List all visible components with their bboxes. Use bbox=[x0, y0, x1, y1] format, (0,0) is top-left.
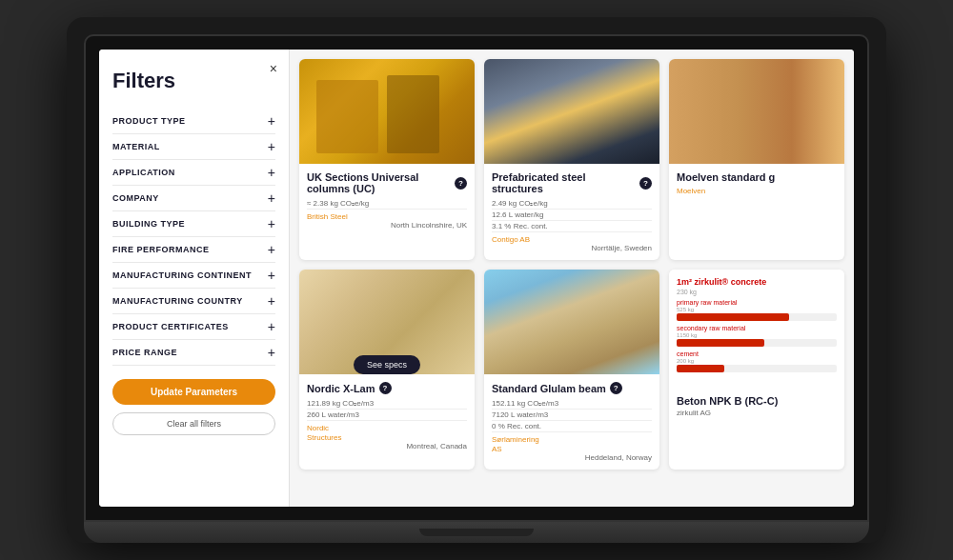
product-info-prefab-steel: Prefabricated steel structures ? 2.49 kg… bbox=[484, 164, 659, 260]
company-link-moelven[interactable]: Moelven bbox=[677, 187, 837, 195]
product-image-nordic-xlam: See specs bbox=[299, 270, 475, 374]
location-uk-sections: North Lincolnshire, UK bbox=[307, 221, 467, 230]
filter-label-product-certificates: PRODUCT CERTIFICATES bbox=[112, 322, 229, 331]
product-chart-beton: 1m² zirkulit® concrete 230 kg primary ra… bbox=[669, 270, 844, 384]
chart-bar-sub-1: 1150 kg bbox=[677, 332, 837, 338]
info-icon-glulam[interactable]: ? bbox=[610, 382, 622, 394]
filter-label-product-type: PRODUCT TYPE bbox=[112, 116, 186, 126]
product-name-beton: Beton NPK B (RC-C) bbox=[677, 395, 837, 407]
product-image-glulam bbox=[484, 270, 659, 374]
filter-item-building-type[interactable]: BUILDING TYPE + bbox=[112, 211, 275, 237]
filter-item-product-certificates[interactable]: PRODUCT CERTIFICATES + bbox=[112, 314, 275, 340]
laptop-base bbox=[84, 522, 869, 543]
filter-item-manufacturing-continent[interactable]: MANUFACTURING CONTINENT + bbox=[112, 263, 275, 289]
filter-label-price-range: PRICE RANGE bbox=[112, 348, 177, 357]
filter-item-material[interactable]: MATERIAL + bbox=[112, 134, 275, 160]
filter-list: PRODUCT TYPE + MATERIAL + APPLICATION + … bbox=[112, 109, 275, 366]
metric-co2-prefab: 2.49 kg CO₂e/kg bbox=[492, 198, 652, 210]
product-image-uk-sections bbox=[299, 59, 475, 164]
update-parameters-button[interactable]: Update Parameters bbox=[112, 379, 275, 405]
filter-item-price-range[interactable]: PRICE RANGE + bbox=[112, 340, 275, 366]
company-link-nordic[interactable]: Nordic bbox=[307, 424, 467, 432]
chart-bar-track-0 bbox=[677, 313, 837, 321]
clear-filters-button[interactable]: Clear all filters bbox=[112, 412, 275, 435]
filter-item-fire-performance[interactable]: FIRE PERFORMANCE + bbox=[112, 237, 275, 263]
company-link-uk-sections[interactable]: British Steel bbox=[307, 212, 467, 221]
location-prefab: Norrtälje, Sweden bbox=[492, 244, 652, 252]
product-card-beton: 1m² zirkulit® concrete 230 kg primary ra… bbox=[669, 270, 844, 470]
product-name-prefab-steel: Prefabricated steel structures ? bbox=[492, 171, 652, 194]
product-info-glulam: Standard Glulam beam ? 152.11 kg CO₂e/m3… bbox=[484, 374, 659, 470]
company-beton: zirkulit AG bbox=[677, 409, 837, 417]
filter-item-manufacturing-country[interactable]: MANUFACTURING COUNTRY + bbox=[112, 289, 275, 314]
filter-label-company: COMPANY bbox=[112, 193, 159, 203]
tag-glulam: AS bbox=[492, 445, 652, 453]
chart-bar-label-0: primary raw material bbox=[677, 299, 837, 306]
main-content: UK Sections Universal columns (UC) ? ≈ 2… bbox=[290, 50, 854, 507]
filter-label-manufacturing-country: MANUFACTURING COUNTRY bbox=[112, 296, 243, 306]
filter-expand-icon-product-certificates: + bbox=[268, 319, 275, 334]
filter-expand-icon-company: + bbox=[268, 190, 275, 206]
product-card-uk-sections: UK Sections Universal columns (UC) ? ≈ 2… bbox=[299, 59, 475, 260]
screen-bezel: × Filters PRODUCT TYPE + MATERIAL + APPL… bbox=[84, 34, 869, 522]
metric-water-glulam: 7120 L water/m3 bbox=[492, 410, 652, 421]
filter-expand-icon-manufacturing-country: + bbox=[268, 293, 275, 309]
metric-co2-nordic: 121.89 kg CO₂e/m3 bbox=[307, 398, 467, 410]
location-nordic: Montreal, Canada bbox=[307, 442, 467, 450]
close-filters-button[interactable]: × bbox=[270, 61, 277, 76]
info-icon-prefab-steel[interactable]: ? bbox=[639, 177, 652, 190]
metric-rec-glulam: 0 % Rec. cont. bbox=[492, 421, 652, 432]
company-link-prefab[interactable]: Contigo AB bbox=[492, 235, 652, 244]
product-name-uk-sections: UK Sections Universal columns (UC) ? bbox=[307, 171, 467, 194]
metric-rec-prefab: 3.1 % Rec. cont. bbox=[492, 221, 652, 232]
metric-co2-glulam: 152.11 kg CO₂e/m3 bbox=[492, 398, 652, 410]
chart-bar-fill-1 bbox=[677, 339, 764, 347]
screen: × Filters PRODUCT TYPE + MATERIAL + APPL… bbox=[99, 50, 854, 507]
company-link-glulam[interactable]: Sørlaminering bbox=[492, 435, 652, 444]
info-icon-nordic-xlam[interactable]: ? bbox=[379, 382, 392, 394]
see-specs-button[interactable]: See specs bbox=[354, 355, 420, 374]
product-image-prefab-steel bbox=[484, 59, 659, 164]
product-name-nordic-xlam: Nordic X-Lam ? bbox=[307, 382, 467, 394]
product-info-beton: Beton NPK B (RC-C) zirkulit AG bbox=[669, 384, 844, 425]
filter-label-manufacturing-continent: MANUFACTURING CONTINENT bbox=[112, 270, 252, 280]
product-name-moelven: Moelven standard g bbox=[677, 171, 837, 183]
filter-item-company[interactable]: COMPANY + bbox=[112, 186, 275, 211]
filters-sidebar: × Filters PRODUCT TYPE + MATERIAL + APPL… bbox=[99, 50, 290, 507]
chart-section-2: cement 200 kg bbox=[677, 350, 837, 372]
chart-bar-fill-0 bbox=[677, 313, 789, 321]
filter-item-application[interactable]: APPLICATION + bbox=[112, 160, 275, 186]
location-glulam: Heddeland, Norway bbox=[492, 453, 652, 462]
product-info-moelven: Moelven standard g Moelven bbox=[669, 164, 844, 203]
filter-label-fire-performance: FIRE PERFORMANCE bbox=[112, 245, 210, 254]
product-image-moelven bbox=[669, 59, 844, 164]
filter-label-application: APPLICATION bbox=[112, 168, 175, 177]
chart-bar-fill-2 bbox=[677, 365, 724, 372]
product-info-uk-sections: UK Sections Universal columns (UC) ? ≈ 2… bbox=[299, 164, 475, 237]
product-card-nordic-xlam: See specs Nordic X-Lam ? 121.89 kg CO₂e/… bbox=[299, 270, 475, 470]
filter-expand-icon-building-type: + bbox=[268, 216, 275, 231]
chart-bar-label-1: secondary raw material bbox=[677, 325, 837, 331]
filter-expand-icon-product-type: + bbox=[268, 113, 275, 129]
filters-title: Filters bbox=[112, 69, 275, 93]
product-info-nordic-xlam: Nordic X-Lam ? 121.89 kg CO₂e/m3 260 L w… bbox=[299, 374, 475, 458]
chart-bar-sub-2: 200 kg bbox=[677, 358, 837, 364]
chart-bar-sub-0: 525 kg bbox=[677, 307, 837, 312]
products-grid: UK Sections Universal columns (UC) ? ≈ 2… bbox=[299, 59, 844, 470]
info-icon-uk-sections[interactable]: ? bbox=[455, 177, 467, 190]
tag-nordic: Structures bbox=[307, 433, 467, 442]
chart-bars: primary raw material 525 kg secondary ra… bbox=[677, 299, 837, 372]
chart-bar-label-2: cement bbox=[677, 350, 837, 357]
metric-co2-uk-sections: ≈ 2.38 kg CO₂e/kg bbox=[307, 198, 467, 210]
filter-item-product-type[interactable]: PRODUCT TYPE + bbox=[112, 109, 275, 134]
filter-expand-icon-price-range: + bbox=[268, 345, 275, 360]
chart-section-1: secondary raw material 1150 kg bbox=[677, 325, 837, 347]
product-card-glulam: Standard Glulam beam ? 152.11 kg CO₂e/m3… bbox=[484, 270, 659, 470]
chart-bar-track-1 bbox=[677, 339, 837, 347]
filter-expand-icon-fire-performance: + bbox=[268, 242, 275, 257]
product-name-glulam: Standard Glulam beam ? bbox=[492, 382, 652, 394]
filter-label-material: MATERIAL bbox=[112, 142, 160, 151]
filter-expand-icon-application: + bbox=[268, 165, 275, 180]
chart-bar-track-2 bbox=[677, 365, 837, 372]
filter-expand-icon-material: + bbox=[268, 139, 275, 154]
